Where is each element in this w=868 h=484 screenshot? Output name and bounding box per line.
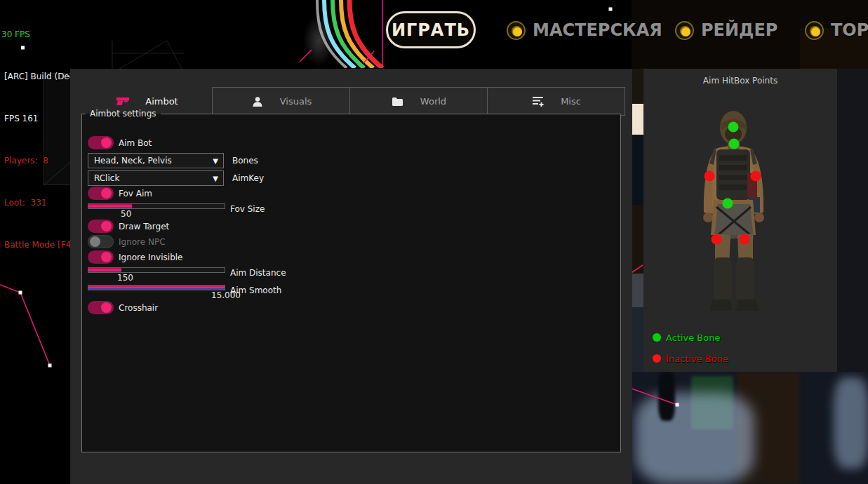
tab-label: Visuals	[280, 96, 312, 107]
menu-item-label: ТОРГО	[831, 20, 868, 40]
ignore-npc-label: Ignore NPC	[119, 237, 166, 247]
menu-item-raider[interactable]: РЕЙДЕР	[675, 19, 777, 41]
legend-active-bone: Active Bone	[653, 332, 720, 343]
fov-size-label: Fov Size	[230, 204, 265, 214]
gap-gray-patch	[632, 274, 643, 307]
sky-patch-right	[834, 377, 868, 469]
chevron-down-icon: ▼	[213, 154, 218, 168]
fov-aim-toggle[interactable]	[88, 187, 114, 200]
menu-item-workshop[interactable]: МАСТЕРСКАЯ	[507, 19, 662, 41]
player-model	[686, 109, 784, 319]
fov-aim-label: Fov Aim	[119, 189, 152, 199]
background-bottom-scene	[632, 372, 868, 484]
legend-label: Inactive Bone	[666, 354, 728, 364]
aim-distance-label: Aim Distance	[230, 268, 286, 278]
hitbox-point-active	[723, 199, 733, 209]
gap-brown-patch	[632, 205, 643, 274]
background-gap-strip	[632, 69, 643, 372]
crosshair-toggle[interactable]	[88, 301, 114, 314]
game-screen: { "colors": { "accent_pink": "#ee2470", …	[0, 0, 868, 484]
ignore-npc-toggle[interactable]	[88, 235, 114, 248]
aimkey-dropdown[interactable]: RClick ▼	[88, 170, 224, 186]
coin-icon	[507, 21, 526, 40]
aimkey-label: AimKey	[232, 173, 264, 183]
dark-column	[658, 372, 675, 421]
aimbot-settings-group: Aimbot settings Aim Bot Head, Neck, Pelv…	[81, 109, 621, 452]
aim-smooth-slider[interactable]	[88, 285, 225, 290]
coin-icon	[675, 21, 694, 40]
bones-label: Bones	[232, 156, 258, 166]
play-button-label: ИГРАТЬ	[392, 20, 470, 40]
hitbox-point-active	[728, 122, 739, 133]
play-button[interactable]: ИГРАТЬ	[386, 11, 476, 48]
hitbox-point-active	[729, 139, 740, 149]
legend-inactive-bone: Inactive Bone	[653, 353, 728, 364]
sky-patch	[635, 393, 754, 484]
tab-label: Aimbot	[145, 96, 178, 107]
gap-cream-patch	[632, 104, 643, 135]
aimkey-dropdown-value: RClick	[94, 173, 119, 183]
hitbox-point-inactive	[751, 171, 761, 182]
inactive-bone-dot-icon	[653, 354, 661, 363]
gap-dark-patch	[632, 307, 643, 372]
hitbox-point-inactive	[712, 234, 722, 245]
hud-fps-overlay: 30 FPS	[1, 27, 158, 41]
sliders-icon	[531, 96, 545, 107]
ignore-invisible-toggle[interactable]	[88, 250, 114, 264]
aimbot-settings-body: Aim Bot Head, Neck, Pelvis ▼ Bones RClic…	[82, 119, 620, 452]
cheat-menu-panel: Aimbot Visuals World	[70, 69, 632, 484]
hitbox-point-inactive	[740, 234, 750, 245]
chevron-down-icon: ▼	[213, 172, 218, 186]
person-icon	[251, 96, 265, 107]
fov-size-slider[interactable]	[88, 203, 225, 209]
draw-target-toggle[interactable]	[88, 220, 114, 233]
aim-bot-toggle[interactable]	[88, 136, 114, 149]
fov-size-slider-fill	[88, 204, 132, 208]
hitbox-panel-title: Aim HitBox Points	[643, 76, 837, 86]
rainbow-smudge	[303, 14, 335, 67]
aim-distance-slider[interactable]	[88, 267, 225, 273]
aimbot-settings-title: Aimbot settings	[86, 109, 161, 119]
aim-smooth-slider-fill	[88, 285, 225, 290]
aim-distance-slider-fill	[88, 268, 121, 272]
tab-label: World	[420, 96, 446, 107]
aim-smooth-label: Aim Smooth	[230, 285, 281, 295]
gap-navy-patch	[632, 135, 643, 205]
active-bone-dot-icon	[653, 333, 661, 342]
hitbox-panel: Aim HitBox Points	[643, 69, 837, 372]
coin-icon	[805, 21, 824, 40]
aim-bot-label: Aim Bot	[119, 138, 152, 148]
hitbox-point-inactive	[705, 171, 715, 182]
pistol-icon	[116, 96, 130, 107]
ignore-invisible-label: Ignore Invisible	[119, 253, 182, 262]
menu-item-label: РЕЙДЕР	[701, 20, 777, 40]
draw-target-label: Draw Target	[119, 222, 169, 231]
folder-icon	[391, 96, 405, 107]
menu-item-trader[interactable]: ТОРГО	[805, 19, 868, 41]
bones-dropdown[interactable]: Head, Neck, Pelvis ▼	[88, 153, 224, 168]
menu-item-label: МАСТЕРСКАЯ	[533, 20, 662, 40]
tab-label: Misc	[561, 96, 581, 107]
legend-label: Active Bone	[666, 332, 720, 343]
bones-dropdown-value: Head, Neck, Pelvis	[94, 156, 172, 166]
fov-size-value: 50	[121, 209, 131, 219]
hitbox-points	[686, 109, 784, 319]
aim-distance-value: 150	[117, 273, 133, 283]
crosshair-label: Crosshair	[119, 303, 158, 313]
